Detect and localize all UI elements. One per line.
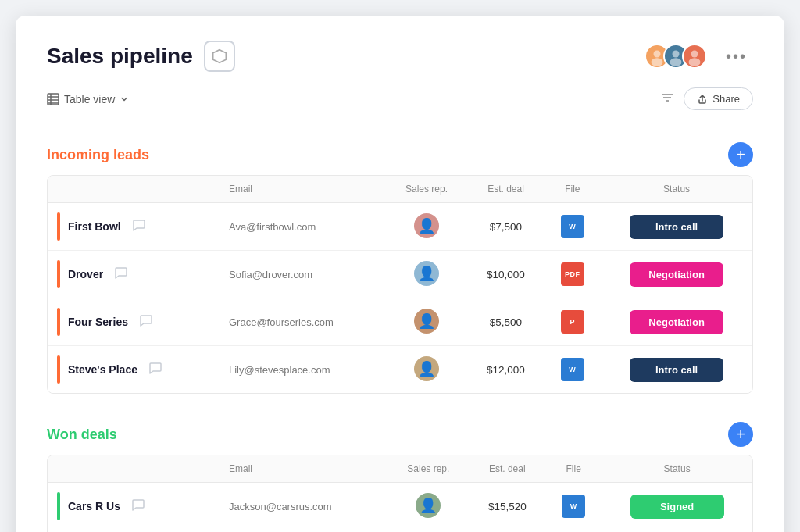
- sales-rep-avatar: [416, 493, 441, 518]
- lead-name: First Bowl: [68, 220, 121, 233]
- col-name-header: [48, 176, 220, 203]
- status-cell: Negotiation: [601, 298, 752, 346]
- lead-name: Four Series: [68, 316, 128, 328]
- table-row: Steve's Place Lily@stevesplace.com $12,0…: [48, 346, 752, 394]
- file-badge: PDF: [561, 262, 584, 286]
- lead-name-cell: Four Series: [48, 298, 220, 346]
- col-email-header-won: Email: [220, 455, 388, 483]
- sales-rep-cell: [385, 251, 467, 298]
- file-cell: P: [544, 298, 601, 346]
- email-cell: Sofia@drover.com: [220, 251, 385, 298]
- email-cell: Lily@stevesplace.com: [220, 346, 385, 394]
- col-file-header: File: [544, 176, 601, 203]
- file-badge: W: [561, 358, 584, 381]
- app-container: Sales pipeline •••: [16, 16, 784, 532]
- lead-name-cell: Drover: [48, 251, 220, 298]
- est-deal-cell: $5,500: [467, 298, 544, 346]
- share-icon: [697, 94, 708, 105]
- lead-name-cell: Steve's Place: [48, 346, 220, 394]
- col-estdeal-header: Est. deal: [467, 176, 544, 203]
- color-bar: [57, 308, 60, 336]
- avatar: [682, 44, 707, 69]
- won-deals-title: Won deals: [47, 427, 719, 443]
- table-view-label: Table view: [64, 93, 115, 105]
- add-incoming-lead-button[interactable]: +: [728, 142, 753, 167]
- won-deals-section: Won deals + Email Sales rep. Est. deal F…: [47, 422, 753, 532]
- color-bar: [57, 492, 60, 520]
- file-badge: W: [562, 495, 585, 518]
- hex-icon[interactable]: [204, 41, 235, 72]
- col-estdeal-header-won: Est. deal: [470, 455, 545, 483]
- incoming-leads-header: Incoming leads +: [47, 142, 753, 167]
- est-deal-cell: $7,500: [467, 203, 544, 251]
- est-deal-cell: $10,000: [467, 251, 544, 298]
- share-label: Share: [712, 93, 740, 105]
- sales-rep-cell: [385, 346, 467, 394]
- email-cell: Jackson@carsrus.com: [220, 483, 388, 530]
- file-cell: PDF: [544, 251, 601, 298]
- header-right: •••: [645, 44, 753, 69]
- svg-point-3: [672, 51, 679, 58]
- sales-rep-cell: [385, 203, 467, 251]
- header-left: Sales pipeline: [47, 41, 235, 72]
- lead-name-cell: Cars R Us: [48, 483, 220, 530]
- table-view-button[interactable]: Table view: [47, 93, 129, 105]
- col-status-header-won: Status: [602, 455, 752, 483]
- header: Sales pipeline •••: [47, 41, 753, 72]
- status-cell: Signed: [602, 483, 752, 530]
- email-cell: Ava@firstbowl.com: [220, 203, 385, 251]
- col-salesrep-header: Sales rep.: [385, 176, 467, 203]
- file-cell: W: [545, 483, 602, 530]
- page-title: Sales pipeline: [47, 44, 193, 69]
- col-file-header-won: File: [545, 455, 602, 483]
- svg-point-6: [688, 58, 700, 66]
- chat-icon[interactable]: [132, 218, 146, 235]
- svg-point-1: [653, 51, 660, 58]
- col-name-header-won: [48, 455, 220, 483]
- chat-icon[interactable]: [114, 266, 128, 283]
- sales-rep-avatar: [414, 309, 439, 334]
- lead-name-cell: First Bowl: [48, 203, 220, 251]
- color-bar: [57, 212, 60, 241]
- status-badge: Intro call: [630, 215, 723, 239]
- status-badge: Negotiation: [630, 262, 723, 287]
- incoming-leads-section: Incoming leads + Email Sales rep. Est. d…: [47, 142, 753, 394]
- table-row: Four Series Grace@fourseries.com $5,500 …: [48, 298, 752, 346]
- table-row: First Bowl Ava@firstbowl.com $7,500 W In…: [48, 203, 752, 251]
- toolbar: Table view Share: [47, 87, 753, 120]
- est-deal-cell: $12,000: [467, 346, 544, 394]
- status-cell: Intro call: [601, 346, 752, 394]
- sales-rep-avatar: [414, 213, 439, 238]
- chevron-down-icon: [120, 95, 129, 104]
- chat-icon[interactable]: [139, 313, 153, 330]
- est-deal-cell: $15,520: [470, 483, 545, 530]
- sales-rep-avatar: [414, 261, 439, 286]
- add-won-deal-button[interactable]: +: [728, 422, 753, 447]
- team-avatars: [645, 44, 707, 69]
- lead-name: Drover: [68, 268, 103, 280]
- sales-rep-cell: [385, 298, 467, 346]
- color-bar: [57, 260, 60, 288]
- share-button[interactable]: Share: [684, 87, 753, 110]
- table-row: Drover Sofia@drover.com $10,000 PDF Nego…: [48, 251, 752, 298]
- table-row: Cars R Us Jackson@carsrus.com $15,520 W …: [48, 483, 752, 530]
- email-cell: Grace@fourseries.com: [220, 298, 385, 346]
- col-status-header: Status: [601, 176, 752, 203]
- svg-marker-0: [212, 50, 226, 63]
- status-badge: Negotiation: [630, 310, 723, 334]
- status-badge: Intro call: [630, 358, 723, 382]
- lead-name: Steve's Place: [68, 363, 138, 376]
- file-badge: W: [561, 215, 584, 238]
- chat-icon[interactable]: [131, 498, 145, 515]
- status-cell: Intro call: [601, 203, 752, 251]
- incoming-leads-table: Email Sales rep. Est. deal File Status F…: [47, 175, 753, 394]
- won-deals-table: Email Sales rep. Est. deal File Status C…: [47, 455, 753, 532]
- sales-rep-avatar: [414, 356, 439, 381]
- file-cell: W: [544, 203, 601, 251]
- filter-icon[interactable]: [660, 91, 674, 108]
- file-cell: W: [544, 346, 601, 394]
- won-deals-header: Won deals +: [47, 422, 753, 447]
- chat-icon[interactable]: [148, 361, 162, 378]
- more-options-button[interactable]: •••: [720, 45, 753, 69]
- color-bar: [57, 355, 60, 384]
